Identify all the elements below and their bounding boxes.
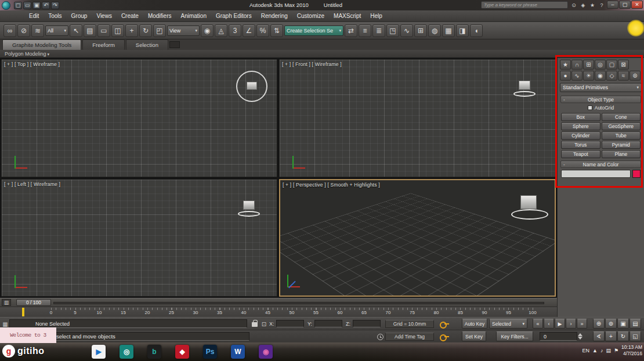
mirror-icon[interactable]: ⇄ — [345, 24, 357, 37]
layer-manager-icon[interactable]: ≣ — [372, 24, 385, 37]
save-file-icon[interactable]: ▣ — [32, 2, 41, 9]
next-frame-button[interactable]: › — [566, 319, 576, 329]
lights-category-icon[interactable]: ☀ — [583, 71, 594, 81]
taskbar-player-icon[interactable]: ▶ — [92, 345, 106, 359]
viewport-perspective-label[interactable]: [ + ] [ Perspective ] [ Smooth + Highlig… — [283, 182, 380, 188]
clock[interactable]: 10:13 AM 4/7/2016 — [621, 344, 642, 357]
tray-volume-icon[interactable]: ♪ — [600, 348, 603, 353]
spinner-snap-icon[interactable]: ⇅ — [270, 24, 283, 37]
open-file-icon[interactable]: ▭ — [23, 2, 31, 9]
select-and-manipulate-icon[interactable]: ◬ — [215, 24, 227, 37]
scene-object-box[interactable] — [519, 81, 530, 90]
rectangular-selection-icon[interactable]: ▭ — [97, 24, 110, 37]
previous-frame-button[interactable]: ‹ — [544, 319, 554, 329]
add-time-tag[interactable]: Add Time Tag — [385, 333, 434, 341]
taskbar-word-icon[interactable]: W — [231, 345, 245, 359]
object-name-field[interactable] — [561, 170, 631, 178]
zoom-all-icon[interactable]: ⊚ — [605, 319, 617, 329]
tab-selection[interactable]: Selection — [126, 39, 168, 50]
viewport-perspective[interactable]: [ + ] [ Perspective ] [ Smooth + Highlig… — [279, 179, 556, 297]
primitive-button-torus[interactable]: Torus — [561, 141, 600, 149]
menu-item-rendering[interactable]: Rendering — [256, 11, 292, 21]
maximize-button[interactable]: ▢ — [619, 1, 631, 9]
minimize-button[interactable]: – — [607, 1, 618, 9]
taskbar-3dsmax-icon[interactable]: b — [147, 345, 161, 359]
select-object-icon[interactable]: ↖ — [70, 24, 82, 37]
search-icon[interactable]: ⊙ — [570, 2, 578, 9]
modify-tab-icon[interactable]: ∩ — [571, 60, 583, 70]
select-by-name-icon[interactable]: ▤ — [84, 24, 96, 37]
select-and-move-icon[interactable]: + — [125, 24, 138, 37]
menu-item-tools[interactable]: Tools — [44, 11, 66, 21]
tab-freeform[interactable]: Freeform — [82, 39, 125, 50]
menu-item-create[interactable]: Create — [117, 11, 143, 21]
new-scene-icon[interactable]: ▢ — [14, 2, 22, 9]
help-icon[interactable]: ? — [598, 2, 606, 9]
field-of-view-icon[interactable]: ∢ — [593, 331, 605, 341]
primitive-button-teapot[interactable]: Teapot — [561, 150, 600, 158]
scene-object-box[interactable] — [520, 195, 537, 209]
favorites-icon[interactable]: ★ — [588, 2, 596, 9]
render-production-icon[interactable]: ◖ — [470, 24, 483, 37]
primitive-button-cone[interactable]: Cone — [602, 113, 641, 121]
language-indicator[interactable]: EN — [583, 348, 590, 353]
display-tab-icon[interactable]: ▢ — [606, 60, 617, 70]
timeline-ruler[interactable]: 0510152025303540455055606570758085909510… — [0, 307, 557, 317]
viewport-left[interactable]: [ + ] [ Left ] [ Wireframe ] — [1, 179, 277, 297]
render-setup-icon[interactable]: ▦ — [442, 24, 455, 37]
geometry-category-icon[interactable]: ● — [560, 71, 571, 81]
redo-icon[interactable]: ↷ — [51, 2, 59, 9]
menu-item-customize[interactable]: Customize — [292, 11, 329, 21]
open-mini-curve-editor-icon[interactable]: ▥ — [2, 299, 11, 306]
primitive-category-dropdown[interactable]: Standard Primitives — [560, 83, 642, 92]
curve-editor-icon[interactable]: ∿ — [400, 24, 413, 37]
menu-item-edit[interactable]: Edit — [24, 11, 44, 21]
key-mode-dropdown[interactable]: Selected — [489, 319, 527, 329]
select-and-rotate-icon[interactable]: ↻ — [139, 24, 152, 37]
menu-item-animation[interactable]: Animation — [176, 11, 211, 21]
percent-snap-icon[interactable]: % — [256, 24, 269, 37]
orbit-icon[interactable]: ↻ — [617, 331, 629, 341]
select-and-scale-icon[interactable]: ◰ — [153, 24, 166, 37]
time-caret[interactable] — [22, 308, 24, 316]
scene-object-box[interactable] — [243, 200, 255, 210]
maximize-viewport-icon[interactable]: ◱ — [629, 331, 641, 341]
select-and-link-icon[interactable]: ∞ — [3, 24, 16, 37]
y-coordinate-field[interactable] — [314, 320, 342, 327]
spacewarps-category-icon[interactable]: ≈ — [618, 71, 629, 81]
zoom-extents-all-icon[interactable]: ▤ — [629, 319, 641, 329]
menu-item-modifiers[interactable]: Modifiers — [143, 11, 176, 21]
3dsmax-logo-icon[interactable] — [2, 1, 10, 10]
zoom-extents-icon[interactable]: ▣ — [617, 319, 629, 329]
ribbon-toggle-icon[interactable] — [169, 41, 180, 48]
primitive-button-pyramid[interactable]: Pyramid — [602, 141, 641, 149]
absolute-mode-icon[interactable]: ⊡ — [260, 320, 268, 328]
graphite-ribbon-toggle-icon[interactable]: ◳ — [386, 24, 399, 37]
time-slider-thumb[interactable]: 0 / 100 — [16, 299, 51, 306]
window-crossing-icon[interactable]: ◫ — [111, 24, 124, 37]
set-key-button[interactable]: Set Key — [462, 331, 486, 341]
create-tab-icon[interactable]: ★ — [560, 60, 571, 70]
close-button[interactable]: ✕ — [631, 1, 643, 9]
primitive-button-tube[interactable]: Tube — [602, 132, 641, 140]
undo-icon[interactable]: ↶ — [42, 2, 50, 9]
status-grid-icon[interactable]: ▦ — [1, 320, 9, 328]
schematic-view-icon[interactable]: ⊞ — [414, 24, 427, 37]
frame-number-field[interactable]: 0 — [540, 332, 577, 341]
play-button[interactable]: ▶ — [555, 319, 565, 329]
zoom-icon[interactable]: ⊕ — [593, 319, 605, 329]
snaps-toggle-icon[interactable]: 3 — [229, 24, 241, 37]
frame-spinner-arrows[interactable] — [578, 332, 584, 341]
object-color-swatch[interactable] — [632, 170, 641, 178]
key-filters-button[interactable]: Key Filters... — [496, 331, 533, 341]
taskbar-swirl-icon[interactable]: ◎ — [120, 345, 133, 359]
helpers-category-icon[interactable]: ◇ — [606, 71, 617, 81]
taskbar-media-icon[interactable]: ◉ — [259, 345, 273, 359]
auto-key-button[interactable]: Auto Key — [462, 319, 487, 329]
menu-item-group[interactable]: Group — [67, 11, 92, 21]
bind-to-spacewarp-icon[interactable]: ≋ — [31, 24, 44, 37]
use-pivot-center-icon[interactable]: ◉ — [201, 24, 214, 37]
primitive-button-sphere[interactable]: Sphere — [561, 122, 600, 130]
tray-up-arrow-icon[interactable]: ▲ — [592, 348, 598, 353]
align-icon[interactable]: ≡ — [359, 24, 371, 37]
